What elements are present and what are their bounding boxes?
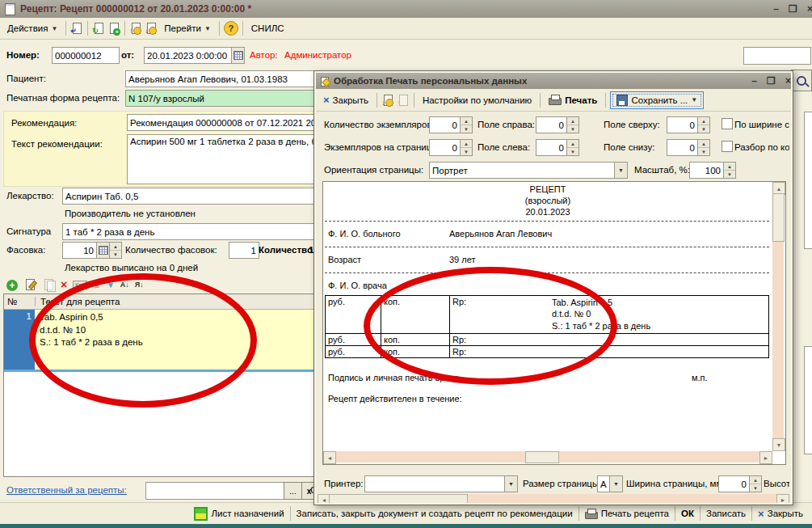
printer-select[interactable]: ▼ (364, 475, 518, 492)
divider (242, 21, 243, 36)
spinner-buttons[interactable]: ▲▼ (109, 243, 121, 258)
date-input[interactable]: 20.01.2023 0:00:00 (144, 47, 245, 64)
minimize-icon[interactable]: – (769, 3, 783, 15)
restore-settings-icon[interactable]: ↑ (397, 94, 410, 107)
recommendation-text-area[interactable]: Аспирин 500 мг 1 таблетка 2 раза в день,… (127, 134, 321, 184)
top-right-input[interactable] (743, 47, 811, 65)
packing-count-label: Количество фасовок: (125, 245, 217, 255)
print-form-input[interactable]: N 107/у взрослый (125, 90, 322, 107)
column-header-text[interactable]: Текст для рецепта (36, 297, 120, 306)
recommendation-text-label: Текст рекомендации: (11, 139, 103, 149)
add-row-icon[interactable]: + (6, 280, 18, 291)
spinner-buttons[interactable]: ▲▼ (566, 117, 578, 133)
packing-stepper[interactable]: 10 ▲▼ (62, 242, 122, 259)
unpost-document-icon[interactable]: ↓ (145, 22, 158, 35)
copy-row-icon[interactable] (42, 278, 55, 291)
copies-stepper[interactable]: 0 ▲▼ (429, 116, 473, 133)
spinner-buttons[interactable]: ▲▼ (697, 117, 709, 133)
edit-row-icon[interactable] (23, 278, 36, 291)
number-input[interactable]: 000000012 (52, 47, 120, 64)
spinner-buttons[interactable]: ▲▼ (723, 163, 735, 178)
margin-top-stepper[interactable]: 0 ▲▼ (667, 116, 710, 133)
per-page-stepper[interactable]: 0 ▲▼ (429, 139, 473, 156)
preview-hscrollbar[interactable]: ◄ ► (323, 451, 772, 463)
maximize-icon[interactable]: ❒ (786, 3, 800, 15)
scale-stepper[interactable]: 100 ▲▼ (689, 162, 736, 179)
refresh-icon[interactable]: ↻ (92, 22, 105, 35)
sort-desc-icon[interactable]: Я↓ (135, 281, 144, 289)
actions-menu-button[interactable]: Действия▼ (3, 22, 61, 35)
drug-input[interactable]: Аспирин Таб. 0,5 (62, 188, 322, 205)
close-icon[interactable]: × (803, 3, 812, 15)
spinner-buttons[interactable]: ▲▼ (460, 117, 472, 133)
row-text-cell[interactable]: Tab. Aspirin 0,5 d.t.d. № 10 S.: 1 таб *… (35, 310, 316, 370)
post-document-icon[interactable]: ↑ (129, 22, 142, 35)
help-icon[interactable]: ? (224, 21, 238, 36)
page-size-select[interactable]: A ▼ (597, 475, 623, 492)
margin-left-stepper[interactable]: 0 ▲▼ (536, 139, 579, 156)
spinner-buttons[interactable]: ▲▼ (749, 476, 761, 492)
scroll-right-icon[interactable]: ► (776, 494, 789, 504)
packing-count-input[interactable]: 1 (229, 242, 259, 259)
responsible-select-button[interactable]: ... (284, 482, 302, 500)
margin-bottom-stepper[interactable]: 0 ▲▼ (667, 139, 710, 156)
spinner-buttons[interactable]: ▲▼ (697, 140, 709, 155)
scroll-right-icon[interactable]: ► (759, 451, 772, 464)
spinner-buttons[interactable]: ▲▼ (566, 140, 578, 155)
goto-menu-button[interactable]: Перейти▼ (160, 22, 215, 35)
dialog-print-button[interactable]: Печать (545, 93, 601, 107)
responsible-input[interactable] (145, 482, 289, 500)
delete-row-icon[interactable]: × (61, 279, 67, 290)
patient-input[interactable]: Аверьянов Агап Левович, 01.03.1983 (125, 70, 322, 87)
dialog-close-button[interactable]: × Закрыть (319, 93, 372, 107)
preview-vscrollbar[interactable]: ▲ ▼ (772, 182, 784, 451)
calendar-icon[interactable] (231, 48, 244, 63)
dialog-maximize-icon[interactable]: ❒ (764, 75, 778, 87)
print-recipe-button[interactable]: Печать рецепта (581, 507, 673, 521)
margin-right-stepper[interactable]: 0 ▲▼ (536, 116, 579, 133)
scroll-left-icon[interactable]: ◄ (323, 451, 336, 464)
recommendation-input[interactable]: Рекомендация 000000008 от 07.12.2021 20:… (127, 114, 321, 131)
fit-width-checkbox[interactable] (722, 118, 733, 129)
reread-icon[interactable]: ↵ (70, 22, 83, 35)
hscroll-thumb[interactable] (525, 451, 559, 463)
move-up-icon[interactable]: ▲ (93, 281, 101, 289)
orientation-select[interactable]: Портрет ▼ (429, 162, 628, 179)
page-width-stepper[interactable]: 0 ▲▼ (718, 475, 762, 492)
close-window-button[interactable]: × Закрыть (754, 507, 807, 521)
column-header-number[interactable]: № (4, 297, 36, 306)
collate-checkbox[interactable] (722, 141, 733, 152)
save-settings-icon[interactable]: ↓ (381, 94, 394, 107)
preview-doctor-label: Ф. И. О. врача (328, 281, 387, 290)
printer-label: Принтер: (324, 479, 364, 488)
divider (700, 506, 701, 521)
snils-button[interactable]: СНИЛС (247, 22, 288, 35)
row-line-3: S.: 1 таб * 2 раза в день (40, 336, 311, 349)
default-settings-button[interactable]: Настройки по умолчанию (419, 94, 536, 107)
dialog-minimize-icon[interactable]: – (747, 75, 761, 87)
scroll-down-icon[interactable]: ▼ (772, 438, 785, 451)
ok-button[interactable]: ОК (677, 507, 698, 520)
vscroll-thumb[interactable] (772, 193, 785, 242)
row-number-cell[interactable]: 1 (4, 310, 35, 370)
margin-right-label: Поле справа: (478, 120, 535, 129)
calculator-icon[interactable] (96, 243, 109, 258)
signature-input[interactable]: 1 таб * 2 раза в день (62, 223, 322, 240)
printer-icon (549, 95, 562, 105)
search-button[interactable] (791, 70, 812, 91)
responsible-link[interactable]: Ответственный за рецепты: (6, 485, 127, 495)
kop-cell: коп. (381, 296, 450, 333)
sort-asc-icon[interactable]: А↓ (120, 281, 129, 289)
table-row[interactable]: 1 Tab. Aspirin 0,5 d.t.d. № 10 S.: 1 таб… (4, 310, 316, 370)
spinner-buttons[interactable]: ▲▼ (460, 140, 472, 155)
dialog-hscrollbar[interactable]: ◄ ► (318, 494, 789, 504)
copy-new-icon[interactable]: + (107, 22, 120, 35)
hscroll-thumb[interactable] (329, 494, 468, 504)
dialog-save-button[interactable]: Сохранить ... ▼ (610, 91, 704, 109)
save-button[interactable]: Записать (702, 507, 750, 520)
save-close-create-button[interactable]: Записать, закрыть документ и создать рец… (292, 507, 577, 520)
move-down-icon[interactable]: ▼ (107, 281, 115, 289)
assignment-sheet-button[interactable]: Лист назначений (190, 505, 288, 522)
dialog-close-icon[interactable]: × (781, 75, 792, 87)
end-edit-icon[interactable]: Кон (73, 281, 87, 289)
